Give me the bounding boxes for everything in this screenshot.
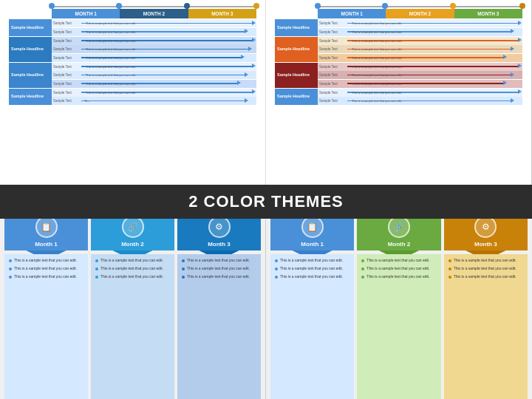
- sub-label: Sample Text: [52, 91, 80, 95]
- sub-bar: This is a sample text that you can edit …: [346, 89, 522, 97]
- bar-text: This is a sample text that you can edit …: [350, 73, 403, 77]
- card-icon-month1: 📋: [301, 216, 324, 238]
- bullet-dot: [449, 267, 451, 270]
- bullet-dot: [275, 259, 278, 262]
- bullet-2: This is a sample text that you can edit.: [361, 266, 436, 271]
- card-body: This is a sample text that you can edit.…: [444, 254, 528, 399]
- gantt-months-multi: MONTH 1 MONTH 2 MONTH 3: [318, 9, 522, 18]
- multi-row-content-4: Sample Text This is a sample text that y…: [318, 89, 522, 106]
- sub-label: Sample Text: [318, 82, 346, 86]
- sub-bar: This is a sample text that you can edit …: [346, 45, 522, 53]
- sub-label: Sample Text: [318, 56, 346, 60]
- bar-text: This is a sample text that you can edit …: [84, 47, 137, 51]
- bullet-text: This is a sample text that you can edit.: [187, 266, 250, 271]
- sub-bar: This is a sample text that you can edit …: [80, 89, 256, 97]
- bar-text: This is a sample text that you can edit …: [350, 82, 403, 86]
- bullet-text: This is a sample text that you can edit.: [454, 274, 516, 279]
- multi-month2-card: 🔗 Month 2 This is a sample text that you…: [357, 211, 440, 399]
- sub-label: Sample Text: [318, 47, 346, 51]
- bullet-1: This is a sample text that you can edit.: [361, 258, 436, 263]
- blue-month1-card: 📋 Month 1 This is a sample text that you…: [4, 211, 88, 399]
- card-icon-month3: ⚙: [208, 216, 231, 238]
- sub-bar: This is a sample text that you can edit …: [346, 80, 522, 88]
- sub-bar: This is a sample text that you can edit …: [346, 54, 522, 62]
- sub-bar: This is a sample text that you can edit …: [346, 63, 522, 71]
- bar-text: Th...: [84, 99, 90, 103]
- bullet-text: This is a sample text that you can edit.: [187, 258, 250, 263]
- bullet-dot: [361, 259, 364, 262]
- multi-row-3: Sample Headline Sample Text This is a sa…: [275, 63, 522, 88]
- gantt-row-3: Sample Headline Sample Text This is a sa…: [9, 63, 256, 88]
- sub-row: Sample Text This is a sample text that y…: [318, 54, 522, 62]
- sub-bar: This is a sample text that you can edit …: [80, 71, 256, 79]
- bullet-dot: [9, 259, 12, 262]
- bullet-2: This is a sample text that you can edit.: [449, 266, 523, 271]
- sub-label: Sample Text: [52, 21, 80, 25]
- gantt-row-1: Sample Headline Sample Text This is a sa…: [9, 19, 256, 36]
- blue-month1-header: MONTH 1: [52, 9, 120, 18]
- bullet-1: This is a sample text that you can edit.: [95, 258, 170, 263]
- gantt-label-spacer: [9, 9, 52, 18]
- sub-row: Sample Text This is a sample text that y…: [318, 28, 522, 36]
- bottom-multi-theme: 📋 Month 1 This is a sample text that you…: [266, 205, 532, 399]
- card-title-month3: Month 3: [208, 241, 231, 248]
- bullet-1: This is a sample text that you can edit.: [449, 258, 523, 263]
- bullet-dot: [361, 276, 364, 279]
- multi-row-label-4: Sample Headline: [275, 89, 318, 106]
- bullet-3: This is a sample text that you can edit.: [361, 274, 436, 279]
- bar-text: This is a sample text that you can edit …: [350, 99, 403, 103]
- card-icon-month2: 🔗: [122, 216, 144, 238]
- card-icon-month2: 🔗: [388, 216, 410, 238]
- sub-label: Sample Text: [318, 39, 346, 43]
- sub-row: Sample Text This is a sample text that y…: [318, 63, 522, 71]
- row-content-3: Sample Text This is a sample text that y…: [52, 63, 256, 88]
- bullet-text: This is a sample text that you can edit.: [454, 258, 516, 263]
- card-body: This is a sample text that you can edit.…: [4, 254, 88, 399]
- gantt-header-multi: MONTH 1 MONTH 2 MONTH 3: [275, 9, 522, 18]
- sub-label: Sample Text: [318, 91, 346, 95]
- bar-text: This is a sample text that you can edit …: [84, 39, 137, 43]
- bullet-text: This is a sample text that you can edit.: [14, 266, 77, 271]
- sub-bar: This is a sample text that you can edit …: [80, 54, 256, 62]
- bottom-blue-theme: 📋 Month 1 This is a sample text that you…: [0, 205, 266, 399]
- multi-row-content-1: Sample Text This is a sample text that y…: [318, 19, 522, 36]
- bar-text: This is a sample text that you can edit …: [84, 21, 137, 25]
- bullet-text: This is a sample text that you can edit.: [187, 274, 250, 279]
- sub-row-3-3: Sample Text This is a sample text that y…: [52, 80, 256, 88]
- blue-theme-panel: MONTH 1 MONTH 2 MONTH 3 Sample Headline …: [0, 0, 266, 196]
- bullet-dot: [361, 267, 364, 270]
- multi-theme-panel: MONTH 1 MONTH 2 MONTH 3 Sample Headline …: [266, 0, 532, 196]
- sub-row-4-1: Sample Text This is a sample text that y…: [52, 89, 256, 97]
- banner-text: 2 COLOR THEMES: [188, 192, 344, 211]
- sub-label: Sample Text: [318, 73, 346, 77]
- bar-text: This is a sample text that you can edit …: [84, 91, 137, 95]
- bar-text: This is a sample text that you can edit …: [84, 65, 137, 69]
- row-label-2: Sample Headline: [9, 37, 52, 62]
- bullet-2: This is a sample text that you can edit.: [182, 266, 256, 271]
- multi-gantt: MONTH 1 MONTH 2 MONTH 3 Sample Headline …: [272, 6, 525, 109]
- bullet-1: This is a sample text that you can edit.: [182, 258, 256, 263]
- sub-label: Sample Text: [318, 30, 346, 34]
- bullet-text: This is a sample text that you can edit.: [100, 266, 163, 271]
- multi-row-label-2: Sample Headline: [275, 37, 318, 62]
- sub-row: Sample Text This is a sample text that y…: [318, 71, 522, 79]
- bullet-dot: [95, 276, 98, 279]
- bullet-3: This is a sample text that you can edit.: [182, 274, 256, 279]
- sub-label: Sample Text: [52, 56, 80, 60]
- gantt-row-4: Sample Headline Sample Text This is a sa…: [9, 89, 256, 106]
- bullet-text: This is a sample text that you can edit.: [100, 258, 163, 263]
- sub-bar: This is a sample text that you can edit …: [80, 80, 256, 88]
- bullet-dot: [9, 276, 12, 279]
- bullet-dot: [275, 267, 278, 270]
- sub-row-2-1: Sample Text This is a sample text that y…: [52, 37, 256, 45]
- row-label-1: Sample Headline: [9, 19, 52, 36]
- bullet-3: This is a sample text that you can edit.: [449, 274, 523, 279]
- sub-row-3-2: Sample Text This is a sample text that y…: [52, 71, 256, 79]
- bullet-text: This is a sample text that you can edit.: [366, 258, 429, 263]
- sub-row: Sample Text This is a sample text that y…: [318, 19, 522, 27]
- sub-row: Sample Text This is a sample text that y…: [318, 97, 522, 105]
- gantt-label-spacer: [275, 9, 318, 18]
- sub-bar: This is a sample text that you can edit …: [80, 37, 256, 45]
- multi-row-label-1: Sample Headline: [275, 19, 318, 36]
- bullet-2: This is a sample text that you can edit.: [95, 266, 170, 271]
